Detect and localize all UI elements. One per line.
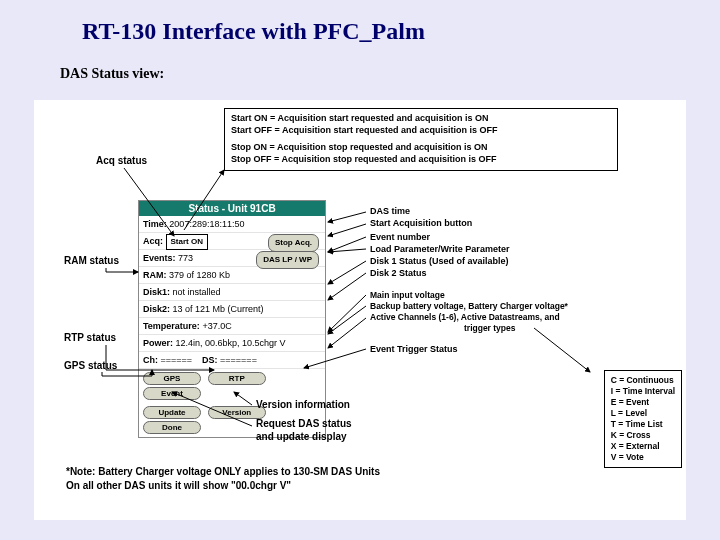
temperature-value: +37.0C [202, 321, 231, 331]
ch-value: ====== [161, 355, 193, 365]
version-info-text: Version information [256, 398, 352, 411]
svg-line-3 [328, 224, 366, 236]
ch-label: Ch: [143, 355, 158, 365]
svg-line-8 [328, 295, 366, 332]
disk2-value: 13 of 121 Mb (Current) [173, 304, 264, 314]
svg-line-10 [328, 318, 366, 348]
ram-status-label: RAM status [64, 255, 119, 266]
lp-wp-label: Load Parameter/Write Parameter [370, 244, 509, 255]
done-button[interactable]: Done [143, 421, 201, 434]
def-stop-off: Stop OFF = Acquisition stop requested an… [231, 154, 611, 166]
row-acq: Acq: Start ON Stop Acq. [139, 233, 325, 250]
version-request-label: Version information Request DAS status a… [256, 398, 352, 443]
page-title: RT-130 Interface with PFC_Palm [82, 18, 425, 45]
row-disk2: Disk2: 13 of 121 Mb (Current) [139, 301, 325, 318]
palm-window-title: Status - Unit 91CB [139, 201, 325, 216]
rtp-status-label: RTP status [64, 332, 116, 343]
svg-line-6 [328, 261, 366, 284]
legend-time-interval: I = Time Interval [611, 386, 675, 397]
svg-line-5 [328, 249, 366, 252]
power-value: 12.4in, 00.6bkp, 10.5chgr V [176, 338, 286, 348]
start-acq-label: Start Acquisition button [370, 218, 472, 229]
legend-cross: K = Cross [611, 430, 675, 441]
gps-button[interactable]: GPS [143, 372, 201, 385]
svg-line-4 [328, 237, 366, 252]
disk1-status-label: Disk 1 Status (Used of available) [370, 256, 509, 267]
legend-level: L = Level [611, 408, 675, 419]
footnote: *Note: Battery Charger voltage ONLY appl… [66, 465, 380, 492]
event-trigger-status-label: Event Trigger Status [370, 344, 458, 355]
das-time-label: DAS time [370, 206, 410, 217]
row-ch-ds: Ch: ====== DS: ======= [139, 352, 325, 369]
active-channels-label: Active Channels (1-6), Active Datastream… [370, 312, 560, 323]
disk2-status-label: Disk 2 Status [370, 268, 427, 279]
legend-time-list: T = Time List [611, 419, 675, 430]
update-display-text: and update display [256, 430, 352, 443]
trigger-type-legend: C = Continuous I = Time Interval E = Eve… [604, 370, 682, 468]
events-label: Events: [143, 253, 176, 263]
row-temperature: Temperature: +37.0C [139, 318, 325, 335]
row-time: Time: 2007:289:18:11:50 [139, 216, 325, 233]
main-voltage-label: Main input voltage [370, 290, 445, 301]
def-stop-on: Stop ON = Acquisition stop requested and… [231, 142, 611, 154]
row-events: Events: 773 DAS LP / WP [139, 250, 325, 267]
power-label: Power: [143, 338, 173, 348]
svg-line-14 [534, 328, 590, 372]
svg-line-7 [328, 273, 366, 300]
acq-status-label: Acq status [96, 155, 147, 166]
disk1-label: Disk1: [143, 287, 170, 297]
row-ram: RAM: 379 of 1280 Kb [139, 267, 325, 284]
diagram-canvas: Start ON = Acquisition start requested a… [34, 100, 686, 520]
disk1-value: not installed [173, 287, 221, 297]
time-label: Time: [143, 219, 167, 229]
legend-external: X = External [611, 441, 675, 452]
ram-label: RAM: [143, 270, 167, 280]
page-subtitle: DAS Status view: [60, 66, 164, 82]
disk2-label: Disk2: [143, 304, 170, 314]
def-start-on: Start ON = Acquisition start requested a… [231, 113, 611, 125]
legend-vote: V = Vote [611, 452, 675, 463]
backup-voltage-label: Backup battery voltage, Battery Charger … [370, 301, 568, 312]
temperature-label: Temperature: [143, 321, 200, 331]
footnote-line1: *Note: Battery Charger voltage ONLY appl… [66, 465, 380, 479]
row-disk1: Disk1: not installed [139, 284, 325, 301]
legend-continuous: C = Continuous [611, 375, 675, 386]
ds-label: DS: [202, 355, 218, 365]
def-start-off: Start OFF = Acquisition start requested … [231, 125, 611, 137]
update-button[interactable]: Update [143, 406, 201, 419]
acq-label: Acq: [143, 236, 163, 246]
acq-definitions-box: Start ON = Acquisition start requested a… [224, 108, 618, 171]
rtp-button[interactable]: RTP [208, 372, 266, 385]
start-on-indicator: Start ON [166, 234, 208, 250]
ds-value: ======= [220, 355, 257, 365]
legend-event: E = Event [611, 397, 675, 408]
event-number-label: Event number [370, 232, 430, 243]
trigger-types-label: trigger types [464, 323, 516, 334]
footnote-line2: On all other DAS units it will show "00.… [66, 479, 380, 493]
request-das-text: Request DAS status [256, 417, 352, 430]
svg-line-9 [328, 306, 366, 334]
events-value: 773 [178, 253, 193, 263]
ram-value: 379 of 1280 Kb [169, 270, 230, 280]
time-value: 2007:289:18:11:50 [169, 219, 244, 229]
svg-line-2 [328, 212, 366, 222]
event-button[interactable]: Event [143, 387, 201, 400]
row-power: Power: 12.4in, 00.6bkp, 10.5chgr V [139, 335, 325, 352]
gps-status-label: GPS status [64, 360, 117, 371]
